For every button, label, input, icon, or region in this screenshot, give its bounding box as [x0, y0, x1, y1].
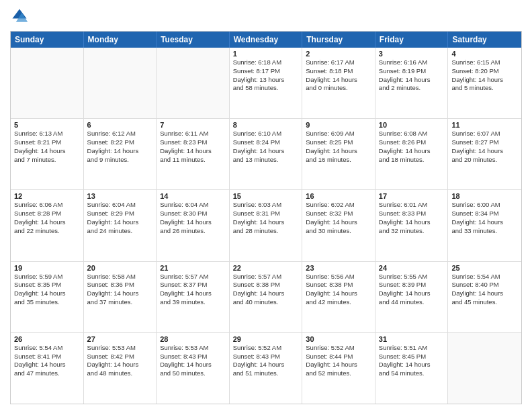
- day-number: 6: [87, 121, 153, 129]
- calendar-header-friday: Friday: [375, 32, 449, 48]
- header: [10, 7, 522, 26]
- calendar-day-12: 12Sunrise: 6:06 AM Sunset: 8:28 PM Dayli…: [11, 190, 84, 261]
- day-info: Sunrise: 6:04 AM Sunset: 8:29 PM Dayligh…: [87, 201, 153, 235]
- calendar-day-15: 15Sunrise: 6:03 AM Sunset: 8:31 PM Dayli…: [230, 190, 303, 261]
- day-info: Sunrise: 5:56 AM Sunset: 8:38 PM Dayligh…: [306, 273, 371, 307]
- day-number: 19: [14, 264, 80, 272]
- day-info: Sunrise: 6:15 AM Sunset: 8:20 PM Dayligh…: [451, 58, 518, 93]
- day-number: 31: [379, 335, 445, 343]
- day-info: Sunrise: 5:52 AM Sunset: 8:44 PM Dayligh…: [306, 344, 371, 378]
- day-number: 17: [379, 192, 445, 200]
- calendar-day-20: 20Sunrise: 5:58 AM Sunset: 8:36 PM Dayli…: [84, 262, 157, 332]
- calendar-day-10: 10Sunrise: 6:08 AM Sunset: 8:26 PM Dayli…: [375, 119, 449, 189]
- calendar-empty-cell: [448, 333, 521, 404]
- day-number: 4: [451, 50, 518, 58]
- calendar-day-7: 7Sunrise: 6:11 AM Sunset: 8:23 PM Daylig…: [157, 119, 230, 189]
- day-info: Sunrise: 6:17 AM Sunset: 8:18 PM Dayligh…: [306, 58, 371, 93]
- calendar-day-19: 19Sunrise: 5:59 AM Sunset: 8:35 PM Dayli…: [11, 262, 84, 332]
- calendar-day-6: 6Sunrise: 6:12 AM Sunset: 8:22 PM Daylig…: [84, 119, 157, 189]
- calendar-day-11: 11Sunrise: 6:07 AM Sunset: 8:27 PM Dayli…: [448, 119, 521, 189]
- calendar-empty-cell: [157, 48, 230, 118]
- calendar-empty-cell: [84, 48, 157, 118]
- day-info: Sunrise: 6:12 AM Sunset: 8:22 PM Dayligh…: [87, 130, 153, 164]
- day-number: 28: [160, 335, 226, 343]
- calendar-header-wednesday: Wednesday: [230, 32, 303, 48]
- calendar-day-29: 29Sunrise: 5:52 AM Sunset: 8:43 PM Dayli…: [230, 333, 303, 404]
- calendar-day-17: 17Sunrise: 6:01 AM Sunset: 8:33 PM Dayli…: [375, 190, 449, 261]
- day-number: 10: [379, 121, 445, 129]
- calendar-day-23: 23Sunrise: 5:56 AM Sunset: 8:38 PM Dayli…: [302, 262, 375, 332]
- logo: [10, 7, 32, 26]
- calendar-day-21: 21Sunrise: 5:57 AM Sunset: 8:37 PM Dayli…: [157, 262, 230, 332]
- day-info: Sunrise: 6:09 AM Sunset: 8:25 PM Dayligh…: [306, 130, 371, 164]
- day-number: 1: [233, 50, 299, 58]
- day-info: Sunrise: 6:13 AM Sunset: 8:21 PM Dayligh…: [14, 130, 80, 164]
- calendar-header-row: SundayMondayTuesdayWednesdayThursdayFrid…: [11, 32, 521, 48]
- day-info: Sunrise: 5:55 AM Sunset: 8:39 PM Dayligh…: [379, 273, 445, 307]
- calendar-body: 1Sunrise: 6:18 AM Sunset: 8:17 PM Daylig…: [11, 48, 521, 404]
- day-info: Sunrise: 5:53 AM Sunset: 8:43 PM Dayligh…: [160, 344, 226, 378]
- day-info: Sunrise: 5:53 AM Sunset: 8:42 PM Dayligh…: [87, 344, 153, 378]
- calendar-day-13: 13Sunrise: 6:04 AM Sunset: 8:29 PM Dayli…: [84, 190, 157, 261]
- day-number: 25: [451, 264, 518, 272]
- calendar-day-14: 14Sunrise: 6:04 AM Sunset: 8:30 PM Dayli…: [157, 190, 230, 261]
- calendar-week-5: 26Sunrise: 5:54 AM Sunset: 8:41 PM Dayli…: [11, 333, 521, 404]
- day-info: Sunrise: 6:06 AM Sunset: 8:28 PM Dayligh…: [14, 201, 80, 235]
- day-number: 8: [233, 121, 299, 129]
- day-info: Sunrise: 6:10 AM Sunset: 8:24 PM Dayligh…: [233, 130, 299, 164]
- day-info: Sunrise: 6:08 AM Sunset: 8:26 PM Dayligh…: [379, 130, 445, 164]
- calendar-header-saturday: Saturday: [448, 32, 521, 48]
- day-info: Sunrise: 5:58 AM Sunset: 8:36 PM Dayligh…: [87, 273, 153, 307]
- day-info: Sunrise: 6:07 AM Sunset: 8:27 PM Dayligh…: [451, 130, 518, 164]
- calendar-week-3: 12Sunrise: 6:06 AM Sunset: 8:28 PM Dayli…: [11, 190, 521, 261]
- day-number: 7: [160, 121, 226, 129]
- day-info: Sunrise: 5:57 AM Sunset: 8:37 PM Dayligh…: [160, 273, 226, 307]
- calendar-day-16: 16Sunrise: 6:02 AM Sunset: 8:32 PM Dayli…: [302, 190, 375, 261]
- day-info: Sunrise: 6:18 AM Sunset: 8:17 PM Dayligh…: [233, 58, 299, 93]
- calendar-day-8: 8Sunrise: 6:10 AM Sunset: 8:24 PM Daylig…: [230, 119, 303, 189]
- calendar-day-5: 5Sunrise: 6:13 AM Sunset: 8:21 PM Daylig…: [11, 119, 84, 189]
- calendar-header-monday: Monday: [84, 32, 157, 48]
- calendar-day-25: 25Sunrise: 5:54 AM Sunset: 8:40 PM Dayli…: [448, 262, 521, 332]
- calendar-week-1: 1Sunrise: 6:18 AM Sunset: 8:17 PM Daylig…: [11, 48, 521, 119]
- calendar-day-22: 22Sunrise: 5:57 AM Sunset: 8:38 PM Dayli…: [230, 262, 303, 332]
- day-number: 24: [379, 264, 445, 272]
- day-number: 2: [306, 50, 371, 58]
- page: SundayMondayTuesdayWednesdayThursdayFrid…: [0, 0, 532, 411]
- day-number: 13: [87, 192, 153, 200]
- calendar-day-24: 24Sunrise: 5:55 AM Sunset: 8:39 PM Dayli…: [375, 262, 449, 332]
- day-info: Sunrise: 6:16 AM Sunset: 8:19 PM Dayligh…: [379, 58, 445, 93]
- calendar-week-4: 19Sunrise: 5:59 AM Sunset: 8:35 PM Dayli…: [11, 262, 521, 333]
- day-number: 23: [306, 264, 371, 272]
- day-number: 22: [233, 264, 299, 272]
- calendar-header-tuesday: Tuesday: [157, 32, 230, 48]
- calendar-day-1: 1Sunrise: 6:18 AM Sunset: 8:17 PM Daylig…: [230, 48, 303, 118]
- day-info: Sunrise: 5:51 AM Sunset: 8:45 PM Dayligh…: [379, 344, 445, 378]
- calendar-header-sunday: Sunday: [11, 32, 84, 48]
- calendar-day-4: 4Sunrise: 6:15 AM Sunset: 8:20 PM Daylig…: [448, 48, 521, 118]
- calendar-day-3: 3Sunrise: 6:16 AM Sunset: 8:19 PM Daylig…: [375, 48, 449, 118]
- day-info: Sunrise: 6:02 AM Sunset: 8:32 PM Dayligh…: [306, 201, 371, 235]
- day-info: Sunrise: 6:01 AM Sunset: 8:33 PM Dayligh…: [379, 201, 445, 235]
- calendar-week-2: 5Sunrise: 6:13 AM Sunset: 8:21 PM Daylig…: [11, 119, 521, 190]
- calendar-day-28: 28Sunrise: 5:53 AM Sunset: 8:43 PM Dayli…: [157, 333, 230, 404]
- day-number: 27: [87, 335, 153, 343]
- calendar-day-26: 26Sunrise: 5:54 AM Sunset: 8:41 PM Dayli…: [11, 333, 84, 404]
- day-info: Sunrise: 6:00 AM Sunset: 8:34 PM Dayligh…: [451, 201, 518, 235]
- day-info: Sunrise: 6:04 AM Sunset: 8:30 PM Dayligh…: [160, 201, 226, 235]
- calendar-day-30: 30Sunrise: 5:52 AM Sunset: 8:44 PM Dayli…: [302, 333, 375, 404]
- day-number: 12: [14, 192, 80, 200]
- calendar: SundayMondayTuesdayWednesdayThursdayFrid…: [10, 31, 522, 404]
- day-number: 15: [233, 192, 299, 200]
- calendar-day-2: 2Sunrise: 6:17 AM Sunset: 8:18 PM Daylig…: [302, 48, 375, 118]
- day-number: 14: [160, 192, 226, 200]
- day-number: 9: [306, 121, 371, 129]
- calendar-empty-cell: [11, 48, 84, 118]
- day-number: 16: [306, 192, 371, 200]
- day-number: 26: [14, 335, 80, 343]
- calendar-day-27: 27Sunrise: 5:53 AM Sunset: 8:42 PM Dayli…: [84, 333, 157, 404]
- day-number: 11: [451, 121, 518, 129]
- day-info: Sunrise: 5:54 AM Sunset: 8:41 PM Dayligh…: [14, 344, 80, 378]
- calendar-day-9: 9Sunrise: 6:09 AM Sunset: 8:25 PM Daylig…: [302, 119, 375, 189]
- day-info: Sunrise: 5:59 AM Sunset: 8:35 PM Dayligh…: [14, 273, 80, 307]
